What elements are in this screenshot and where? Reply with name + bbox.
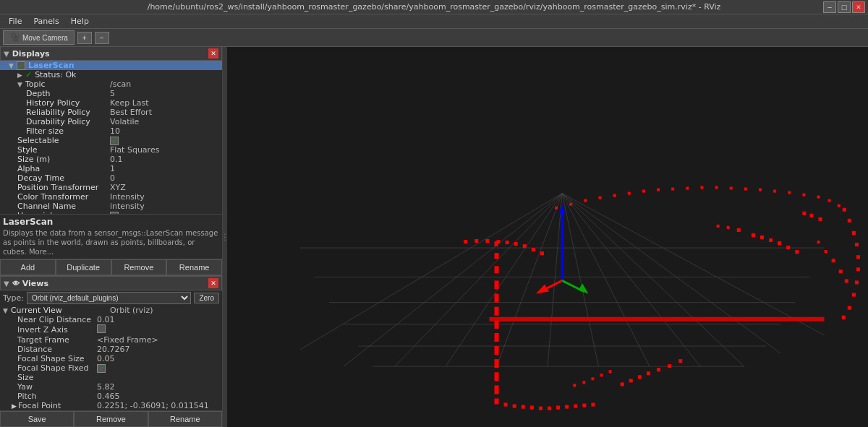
svg-rect-48 — [852, 231, 856, 235]
alpha-value: 1 — [107, 164, 222, 173]
svg-rect-33 — [744, 188, 747, 191]
svg-rect-78 — [539, 407, 542, 410]
svg-rect-90 — [668, 364, 671, 368]
svg-rect-116 — [475, 239, 478, 243]
pitch-value: 0.465 — [94, 392, 222, 401]
menu-item-panels[interactable]: Panels — [27, 15, 64, 27]
svg-rect-117 — [464, 240, 467, 243]
display-item-depth[interactable]: Depth 5 — [0, 89, 222, 98]
svg-rect-29 — [686, 187, 689, 190]
svg-rect-41 — [613, 194, 616, 197]
view-prop-nearclip[interactable]: Near Clip Distance 0.01 — [0, 315, 222, 324]
rename-button[interactable]: Rename — [166, 259, 222, 275]
topic-label: Topic — [25, 79, 46, 89]
display-item-style[interactable]: Style Flat Squares — [0, 145, 222, 155]
views-collapse-icon[interactable]: ▼ — [4, 280, 9, 288]
laserscan-checkbox[interactable] — [17, 61, 25, 70]
toolbar-minus-button[interactable]: − — [95, 32, 109, 44]
view-prop-targetframe[interactable]: Target Frame <Fixed Frame> — [0, 335, 222, 345]
selectable-checkbox[interactable] — [110, 137, 119, 145]
view-prop-focalpoint[interactable]: ▶Focal Point 0.2251; -0.36091; 0.011541 — [0, 401, 222, 410]
svg-rect-95 — [600, 374, 603, 376]
display-item-topic[interactable]: ▼ Topic /scan — [0, 79, 222, 89]
focalpoint-arrow: ▶ — [12, 402, 17, 410]
view-prop-yaw[interactable]: Yaw 5.82 — [0, 382, 222, 392]
display-item-size[interactable]: Size (m) 0.1 — [0, 155, 222, 164]
yaw-value: 5.82 — [94, 382, 222, 392]
camera-icon: 🎥 — [9, 33, 20, 43]
svg-rect-39 — [828, 199, 831, 202]
svg-rect-87 — [638, 375, 642, 379]
laserscan-value — [107, 61, 222, 70]
svg-rect-46 — [843, 208, 846, 212]
targetframe-label: Target Frame — [0, 335, 94, 345]
minimize-button[interactable]: − — [823, 1, 836, 13]
view-prop-focalfixed[interactable]: Focal Shape Fixed Size — [0, 363, 222, 382]
rename-view-button[interactable]: Rename — [148, 411, 222, 427]
svg-rect-91 — [678, 359, 682, 363]
view-prop-focalsize[interactable]: Focal Shape Size 0.05 — [0, 354, 222, 363]
distance-label: Distance — [0, 345, 94, 354]
display-item-history[interactable]: History Policy Keep Last — [0, 98, 222, 108]
svg-rect-62 — [495, 294, 499, 303]
close-button[interactable]: ✕ — [852, 1, 865, 13]
display-item-colortransform[interactable]: Color Transformer Intensity — [0, 192, 222, 202]
svg-rect-75 — [513, 405, 516, 408]
displays-close-button[interactable]: ✕ — [208, 48, 218, 59]
duplicate-button[interactable]: Duplicate — [56, 259, 111, 275]
svg-rect-86 — [629, 379, 633, 382]
svg-rect-25 — [628, 192, 631, 195]
svg-rect-28 — [671, 188, 674, 191]
restore-button[interactable]: □ — [838, 1, 851, 13]
save-view-button[interactable]: Save — [0, 411, 74, 427]
focalfixed-checkbox[interactable] — [97, 364, 106, 373]
display-item-postransform[interactable]: Position Transformer XYZ — [0, 183, 222, 192]
displays-collapse-icon[interactable]: ▼ — [4, 50, 9, 58]
move-camera-button[interactable]: 🎥 Move Camera — [3, 30, 75, 45]
svg-rect-115 — [485, 239, 489, 243]
reliability-label: Reliability Policy — [26, 108, 90, 117]
displays-tree[interactable]: ▼ LaserScan ▶ ✓ Status: Ok ▼ Topi — [0, 61, 222, 214]
svg-rect-61 — [495, 280, 499, 289]
type-select[interactable]: Orbit (rviz_default_plugins) — [27, 292, 191, 304]
display-item-filtersize[interactable]: Filter size 10 — [0, 126, 222, 136]
current-view-row[interactable]: ▼ Current View Orbit (rviz) — [0, 306, 222, 315]
svg-rect-93 — [582, 381, 585, 384]
svg-rect-111 — [523, 244, 527, 248]
remove-button[interactable]: Remove — [111, 259, 167, 275]
display-item-reliability[interactable]: Reliability Policy Best Effort — [0, 108, 222, 117]
display-item-status[interactable]: ▶ ✓ Status: Ok — [0, 70, 222, 79]
zero-button[interactable]: Zero — [194, 293, 219, 303]
display-item-alpha[interactable]: Alpha 1 — [0, 164, 222, 173]
svg-rect-77 — [530, 406, 534, 410]
view-prop-pitch[interactable]: Pitch 0.465 — [0, 392, 222, 401]
main-layout: ▼ Displays ✕ ▼ LaserScan ▶ ✓ St — [0, 47, 868, 427]
display-item-laserscan[interactable]: ▼ LaserScan — [0, 61, 222, 70]
size-value: 0.1 — [107, 155, 222, 164]
view-prop-invertz[interactable]: Invert Z Axis — [0, 324, 222, 335]
remove-view-button[interactable]: Remove — [74, 411, 148, 427]
3d-viewport[interactable] — [227, 47, 868, 427]
description-title: LaserScan — [3, 217, 219, 227]
svg-rect-34 — [759, 189, 762, 191]
menu-item-file[interactable]: File — [3, 15, 27, 27]
views-close-button[interactable]: ✕ — [208, 278, 218, 288]
add-button[interactable]: Add — [0, 259, 56, 275]
view-prop-distance[interactable]: Distance 20.7267 — [0, 345, 222, 354]
display-item-durability[interactable]: Durability Policy Volatile — [0, 117, 222, 126]
invertz-checkbox[interactable] — [97, 324, 106, 333]
toolbar-add-button[interactable]: + — [77, 32, 92, 44]
display-item-selectable[interactable]: Selectable — [0, 136, 222, 145]
status-arrow: ▶ — [17, 72, 22, 79]
focalpoint-value: 0.2251; -0.36091; 0.011541 — [94, 401, 222, 410]
display-item-channelname[interactable]: Channel Name intensity — [0, 202, 222, 211]
focalsize-label: Focal Shape Size — [0, 354, 94, 363]
style-value: Flat Squares — [107, 145, 222, 155]
svg-rect-60 — [817, 241, 820, 243]
left-panel: ▼ Displays ✕ ▼ LaserScan ▶ ✓ St — [0, 47, 223, 427]
display-item-decaytime[interactable]: Decay Time 0 — [0, 173, 222, 183]
pitch-label: Pitch — [0, 392, 94, 401]
menu-item-help[interactable]: Help — [65, 15, 95, 27]
svg-rect-59 — [825, 250, 827, 253]
svg-rect-43 — [584, 199, 587, 202]
